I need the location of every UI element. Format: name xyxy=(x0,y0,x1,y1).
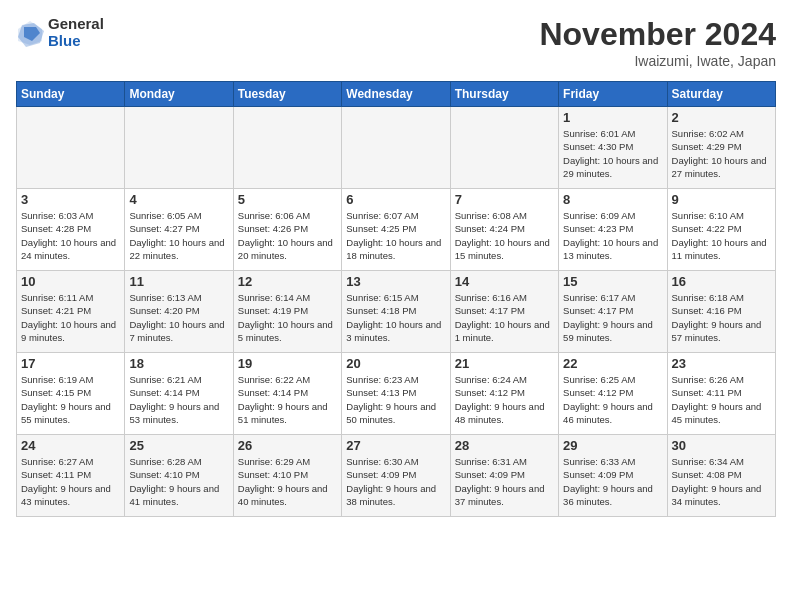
table-row: 20Sunrise: 6:23 AM Sunset: 4:13 PM Dayli… xyxy=(342,353,450,435)
day-number: 28 xyxy=(455,438,554,453)
col-monday: Monday xyxy=(125,82,233,107)
table-row: 29Sunrise: 6:33 AM Sunset: 4:09 PM Dayli… xyxy=(559,435,667,517)
table-row: 13Sunrise: 6:15 AM Sunset: 4:18 PM Dayli… xyxy=(342,271,450,353)
table-row: 28Sunrise: 6:31 AM Sunset: 4:09 PM Dayli… xyxy=(450,435,558,517)
table-row: 6Sunrise: 6:07 AM Sunset: 4:25 PM Daylig… xyxy=(342,189,450,271)
day-number: 20 xyxy=(346,356,445,371)
table-row: 17Sunrise: 6:19 AM Sunset: 4:15 PM Dayli… xyxy=(17,353,125,435)
day-info: Sunrise: 6:15 AM Sunset: 4:18 PM Dayligh… xyxy=(346,291,445,344)
day-number: 25 xyxy=(129,438,228,453)
day-info: Sunrise: 6:29 AM Sunset: 4:10 PM Dayligh… xyxy=(238,455,337,508)
day-info: Sunrise: 6:23 AM Sunset: 4:13 PM Dayligh… xyxy=(346,373,445,426)
table-row: 15Sunrise: 6:17 AM Sunset: 4:17 PM Dayli… xyxy=(559,271,667,353)
day-number: 14 xyxy=(455,274,554,289)
day-number: 12 xyxy=(238,274,337,289)
day-info: Sunrise: 6:07 AM Sunset: 4:25 PM Dayligh… xyxy=(346,209,445,262)
table-row: 25Sunrise: 6:28 AM Sunset: 4:10 PM Dayli… xyxy=(125,435,233,517)
table-row: 14Sunrise: 6:16 AM Sunset: 4:17 PM Dayli… xyxy=(450,271,558,353)
day-info: Sunrise: 6:13 AM Sunset: 4:20 PM Dayligh… xyxy=(129,291,228,344)
table-row: 10Sunrise: 6:11 AM Sunset: 4:21 PM Dayli… xyxy=(17,271,125,353)
col-saturday: Saturday xyxy=(667,82,775,107)
calendar-week-1: 1Sunrise: 6:01 AM Sunset: 4:30 PM Daylig… xyxy=(17,107,776,189)
table-row xyxy=(233,107,341,189)
table-row: 19Sunrise: 6:22 AM Sunset: 4:14 PM Dayli… xyxy=(233,353,341,435)
day-info: Sunrise: 6:11 AM Sunset: 4:21 PM Dayligh… xyxy=(21,291,120,344)
day-number: 8 xyxy=(563,192,662,207)
day-info: Sunrise: 6:26 AM Sunset: 4:11 PM Dayligh… xyxy=(672,373,771,426)
day-info: Sunrise: 6:19 AM Sunset: 4:15 PM Dayligh… xyxy=(21,373,120,426)
day-number: 16 xyxy=(672,274,771,289)
page-header: General Blue November 2024 Iwaizumi, Iwa… xyxy=(16,16,776,69)
table-row: 7Sunrise: 6:08 AM Sunset: 4:24 PM Daylig… xyxy=(450,189,558,271)
col-tuesday: Tuesday xyxy=(233,82,341,107)
location-subtitle: Iwaizumi, Iwate, Japan xyxy=(539,53,776,69)
day-number: 10 xyxy=(21,274,120,289)
day-number: 17 xyxy=(21,356,120,371)
table-row: 30Sunrise: 6:34 AM Sunset: 4:08 PM Dayli… xyxy=(667,435,775,517)
day-number: 19 xyxy=(238,356,337,371)
title-block: November 2024 Iwaizumi, Iwate, Japan xyxy=(539,16,776,69)
col-thursday: Thursday xyxy=(450,82,558,107)
table-row xyxy=(125,107,233,189)
day-info: Sunrise: 6:10 AM Sunset: 4:22 PM Dayligh… xyxy=(672,209,771,262)
day-number: 26 xyxy=(238,438,337,453)
col-wednesday: Wednesday xyxy=(342,82,450,107)
day-info: Sunrise: 6:33 AM Sunset: 4:09 PM Dayligh… xyxy=(563,455,662,508)
day-info: Sunrise: 6:17 AM Sunset: 4:17 PM Dayligh… xyxy=(563,291,662,344)
day-info: Sunrise: 6:30 AM Sunset: 4:09 PM Dayligh… xyxy=(346,455,445,508)
day-number: 2 xyxy=(672,110,771,125)
calendar-week-4: 17Sunrise: 6:19 AM Sunset: 4:15 PM Dayli… xyxy=(17,353,776,435)
day-number: 9 xyxy=(672,192,771,207)
table-row: 11Sunrise: 6:13 AM Sunset: 4:20 PM Dayli… xyxy=(125,271,233,353)
day-info: Sunrise: 6:31 AM Sunset: 4:09 PM Dayligh… xyxy=(455,455,554,508)
day-info: Sunrise: 6:25 AM Sunset: 4:12 PM Dayligh… xyxy=(563,373,662,426)
day-number: 6 xyxy=(346,192,445,207)
day-number: 21 xyxy=(455,356,554,371)
table-row: 12Sunrise: 6:14 AM Sunset: 4:19 PM Dayli… xyxy=(233,271,341,353)
day-number: 7 xyxy=(455,192,554,207)
day-info: Sunrise: 6:21 AM Sunset: 4:14 PM Dayligh… xyxy=(129,373,228,426)
table-row: 3Sunrise: 6:03 AM Sunset: 4:28 PM Daylig… xyxy=(17,189,125,271)
day-info: Sunrise: 6:08 AM Sunset: 4:24 PM Dayligh… xyxy=(455,209,554,262)
day-info: Sunrise: 6:27 AM Sunset: 4:11 PM Dayligh… xyxy=(21,455,120,508)
day-info: Sunrise: 6:16 AM Sunset: 4:17 PM Dayligh… xyxy=(455,291,554,344)
table-row: 21Sunrise: 6:24 AM Sunset: 4:12 PM Dayli… xyxy=(450,353,558,435)
day-number: 23 xyxy=(672,356,771,371)
day-info: Sunrise: 6:24 AM Sunset: 4:12 PM Dayligh… xyxy=(455,373,554,426)
day-number: 29 xyxy=(563,438,662,453)
logo-icon xyxy=(16,19,44,47)
day-info: Sunrise: 6:22 AM Sunset: 4:14 PM Dayligh… xyxy=(238,373,337,426)
day-info: Sunrise: 6:05 AM Sunset: 4:27 PM Dayligh… xyxy=(129,209,228,262)
logo-general: General xyxy=(48,16,104,33)
table-row: 9Sunrise: 6:10 AM Sunset: 4:22 PM Daylig… xyxy=(667,189,775,271)
table-row: 24Sunrise: 6:27 AM Sunset: 4:11 PM Dayli… xyxy=(17,435,125,517)
table-row: 1Sunrise: 6:01 AM Sunset: 4:30 PM Daylig… xyxy=(559,107,667,189)
table-row: 27Sunrise: 6:30 AM Sunset: 4:09 PM Dayli… xyxy=(342,435,450,517)
day-number: 4 xyxy=(129,192,228,207)
day-number: 24 xyxy=(21,438,120,453)
day-info: Sunrise: 6:09 AM Sunset: 4:23 PM Dayligh… xyxy=(563,209,662,262)
table-row: 16Sunrise: 6:18 AM Sunset: 4:16 PM Dayli… xyxy=(667,271,775,353)
day-info: Sunrise: 6:14 AM Sunset: 4:19 PM Dayligh… xyxy=(238,291,337,344)
table-row xyxy=(17,107,125,189)
day-number: 13 xyxy=(346,274,445,289)
day-number: 11 xyxy=(129,274,228,289)
table-row xyxy=(450,107,558,189)
day-number: 18 xyxy=(129,356,228,371)
month-title: November 2024 xyxy=(539,16,776,53)
logo-text: General Blue xyxy=(48,16,104,49)
day-number: 30 xyxy=(672,438,771,453)
day-info: Sunrise: 6:02 AM Sunset: 4:29 PM Dayligh… xyxy=(672,127,771,180)
calendar-week-3: 10Sunrise: 6:11 AM Sunset: 4:21 PM Dayli… xyxy=(17,271,776,353)
calendar-week-2: 3Sunrise: 6:03 AM Sunset: 4:28 PM Daylig… xyxy=(17,189,776,271)
table-row xyxy=(342,107,450,189)
day-info: Sunrise: 6:03 AM Sunset: 4:28 PM Dayligh… xyxy=(21,209,120,262)
logo-blue: Blue xyxy=(48,33,104,50)
logo: General Blue xyxy=(16,16,104,49)
header-row: Sunday Monday Tuesday Wednesday Thursday… xyxy=(17,82,776,107)
day-info: Sunrise: 6:01 AM Sunset: 4:30 PM Dayligh… xyxy=(563,127,662,180)
table-row: 5Sunrise: 6:06 AM Sunset: 4:26 PM Daylig… xyxy=(233,189,341,271)
day-info: Sunrise: 6:28 AM Sunset: 4:10 PM Dayligh… xyxy=(129,455,228,508)
calendar-table: Sunday Monday Tuesday Wednesday Thursday… xyxy=(16,81,776,517)
day-number: 1 xyxy=(563,110,662,125)
